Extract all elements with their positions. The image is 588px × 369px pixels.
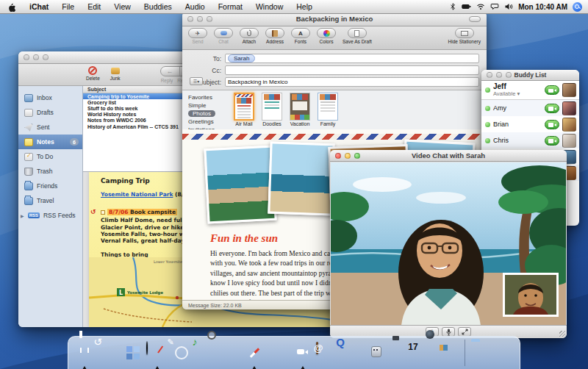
compose-title-bar[interactable]: Backpacking in Mexico: [182, 12, 487, 26]
documents-folder-dock-icon[interactable]: [470, 342, 492, 364]
delete-button[interactable]: Delete: [86, 65, 100, 81]
safari-dock-icon[interactable]: [243, 342, 265, 364]
disclosure-triangle-icon[interactable]: ▶: [21, 213, 24, 218]
stationery-family[interactable]: Family: [318, 93, 338, 131]
sidebar-item-todo[interactable]: To Do: [18, 149, 82, 164]
menu-file[interactable]: File: [55, 2, 81, 11]
sidebar-label: Inbox: [37, 94, 52, 101]
menu-audio[interactable]: Audio: [179, 2, 212, 11]
zoom-button[interactable]: [43, 54, 49, 60]
sidebar-item-travel[interactable]: Travel: [18, 193, 82, 208]
stationery-vacation[interactable]: Vacation: [290, 93, 310, 131]
category-greetings[interactable]: Greetings: [188, 118, 228, 126]
ichat-status-icon[interactable]: [490, 2, 499, 11]
volume-icon[interactable]: [504, 2, 513, 11]
finder-dock-icon[interactable]: [74, 342, 96, 364]
category-photos[interactable]: Photos: [188, 110, 228, 118]
zoom-button[interactable]: [207, 16, 212, 22]
menu-bar-clock[interactable]: Mon 10:40 AM: [518, 3, 567, 11]
todo-checkbox[interactable]: [101, 210, 105, 215]
sidebar-item-trash[interactable]: Trash: [18, 164, 82, 179]
junk-button[interactable]: Junk: [110, 65, 121, 81]
toolbar-toggle-button[interactable]: [469, 16, 481, 22]
minimize-button[interactable]: [197, 16, 203, 22]
avatar: [562, 134, 576, 148]
automator-dock-icon[interactable]: [365, 342, 387, 364]
close-button[interactable]: [24, 54, 29, 60]
chat-button[interactable]: Chat: [214, 28, 233, 44]
sidebar-item-inbox[interactable]: Inbox: [18, 90, 82, 105]
minimize-button[interactable]: [33, 54, 39, 60]
itunes-dock-icon[interactable]: ♪: [195, 342, 217, 364]
sidebar-item-sent[interactable]: Sent: [18, 120, 82, 135]
my-status-menu[interactable]: Available ▾: [493, 90, 542, 98]
apple-menu-icon[interactable]: [7, 2, 15, 12]
spaces-dock-icon[interactable]: [122, 342, 144, 364]
menu-ichat[interactable]: iChat: [23, 2, 55, 11]
recipient-token[interactable]: Sarah: [228, 54, 255, 62]
close-button[interactable]: [335, 153, 341, 159]
yosemite-link[interactable]: Yosemite National Park: [101, 191, 173, 198]
spotlight-icon[interactable]: [573, 2, 582, 12]
send-button[interactable]: ✈Send: [188, 28, 207, 44]
menu-edit[interactable]: Edit: [81, 2, 107, 11]
menu-view[interactable]: View: [107, 2, 137, 11]
trash-dock-icon[interactable]: [495, 342, 517, 364]
close-button[interactable]: [187, 16, 193, 22]
buddy-row-amy[interactable]: Amy: [481, 100, 579, 116]
address-button[interactable]: Address: [265, 28, 284, 44]
video-chat-button[interactable]: [545, 120, 559, 129]
to-field[interactable]: Sarah: [225, 54, 479, 63]
ichat-dock-icon[interactable]: [292, 342, 314, 364]
zoom-button[interactable]: [506, 72, 512, 78]
buddy-list-title-bar[interactable]: Buddy List: [481, 70, 579, 81]
video-chat-button[interactable]: [545, 136, 559, 146]
sidebar-item-rss[interactable]: ▶RSSRSS Feeds: [18, 208, 82, 223]
preview-dock-icon[interactable]: [219, 342, 241, 364]
stationery-doodles[interactable]: Doodles: [262, 93, 282, 131]
video-app-dock-icon[interactable]: [268, 342, 290, 364]
fonts-button[interactable]: AFonts: [291, 28, 310, 44]
time-machine-dock-icon[interactable]: ↺: [98, 342, 120, 364]
dashboard-dock-icon[interactable]: [146, 342, 168, 364]
trash-icon: [24, 168, 33, 176]
resize-grip[interactable]: [559, 331, 565, 337]
hide-stationery-button[interactable]: Hide Stationery: [448, 28, 481, 44]
buddy-row-brian[interactable]: Brian: [481, 116, 579, 132]
bluetooth-icon[interactable]: [449, 2, 456, 11]
address-book-dock-icon[interactable]: @: [316, 342, 338, 364]
reply-button[interactable]: ←: [161, 67, 180, 76]
menu-format[interactable]: Format: [212, 2, 249, 11]
menu-window[interactable]: Window: [249, 2, 290, 11]
sidebar-item-notes[interactable]: Notes6: [18, 135, 82, 149]
sidebar-item-drafts[interactable]: Drafts: [18, 105, 82, 120]
save-as-draft-button[interactable]: Save As Draft: [343, 28, 372, 44]
stationery-thumbnails: Air Mail Doodles Vacation Family: [228, 90, 338, 131]
attach-button[interactable]: Attach: [240, 28, 259, 44]
subject-field[interactable]: Backpacking in Mexico: [225, 77, 479, 87]
quicktime-dock-icon[interactable]: Q: [340, 342, 362, 364]
video-chat-button[interactable]: [545, 85, 559, 95]
iweb-dock-icon[interactable]: ✎: [171, 342, 193, 364]
battery-icon[interactable]: [462, 2, 471, 11]
cc-field[interactable]: [225, 65, 479, 75]
photo-booth-dock-icon[interactable]: [437, 342, 459, 364]
zoom-button[interactable]: [354, 153, 360, 159]
minimize-button[interactable]: [496, 72, 502, 78]
wifi-icon[interactable]: [476, 2, 485, 11]
sidebar-item-friends[interactable]: Friends: [18, 179, 82, 193]
close-button[interactable]: [487, 72, 492, 78]
ical-dock-icon[interactable]: 17: [413, 342, 435, 364]
buddy-row-chris[interactable]: Chris: [481, 132, 579, 148]
menu-help[interactable]: Help: [290, 2, 319, 11]
stationery-air-mail[interactable]: Air Mail: [234, 93, 254, 131]
draft-icon: [354, 30, 359, 37]
video-chat-title-bar[interactable]: Video Chat with Sarah: [330, 150, 567, 162]
video-chat-button[interactable]: [545, 104, 559, 113]
category-simple[interactable]: Simple: [188, 101, 228, 110]
category-favorites[interactable]: Favorites: [188, 93, 228, 101]
colors-button[interactable]: Colors: [317, 28, 336, 44]
header-actions-button[interactable]: ☰▾: [190, 77, 203, 85]
menu-buddies[interactable]: Buddies: [137, 2, 179, 11]
minimize-button[interactable]: [345, 153, 351, 159]
